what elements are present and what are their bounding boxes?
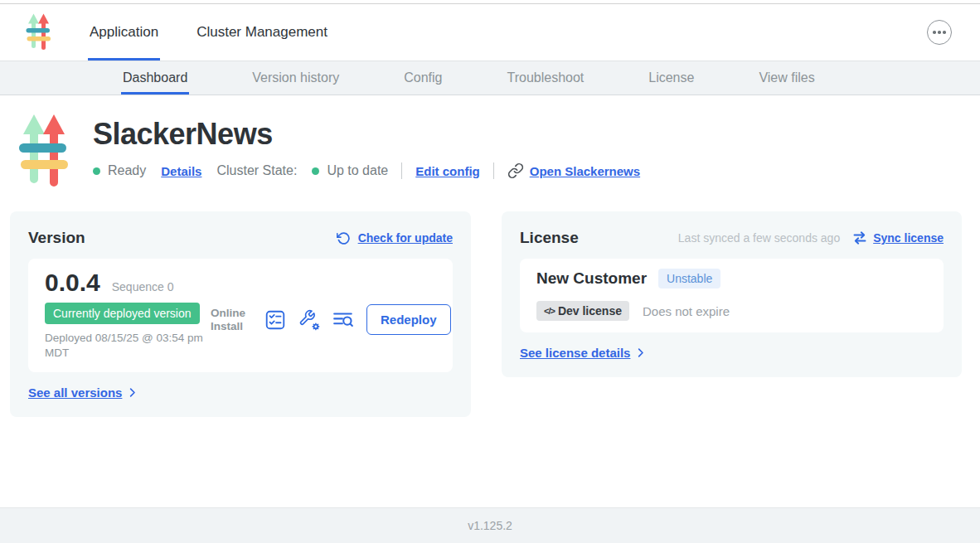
deployed-timestamp: Deployed 08/15/25 @ 03:54 pm MDT xyxy=(45,331,211,361)
license-card: License Last synced a few seconds ago xyxy=(502,211,962,377)
app-status-text: Ready xyxy=(108,163,146,178)
see-all-versions-label: See all versions xyxy=(28,385,122,400)
console-version: v1.125.2 xyxy=(468,519,512,532)
view-logs-icon[interactable] xyxy=(332,309,354,331)
open-app-link[interactable]: Open Slackernews xyxy=(507,162,640,179)
console-footer: v1.125.2 xyxy=(0,507,980,543)
sync-license-label: Sync license xyxy=(873,231,944,245)
see-license-details-label: See license details xyxy=(520,346,630,360)
cluster-state-text: Up to date xyxy=(327,163,388,178)
page-title: SlackerNews xyxy=(93,117,640,152)
see-all-versions-link[interactable]: See all versions xyxy=(28,385,138,400)
tab-dashboard[interactable]: Dashboard xyxy=(121,61,189,95)
link-icon xyxy=(507,162,524,179)
main-content: SlackerNews Ready Details Cluster State:… xyxy=(0,95,980,507)
code-icon: </> xyxy=(544,306,555,316)
version-card: Version Check for update 0.0.4 Sequence … xyxy=(10,211,471,417)
config-wrench-icon[interactable] xyxy=(298,309,320,331)
check-for-update-label: Check for update xyxy=(358,231,453,245)
see-license-details-link[interactable]: See license details xyxy=(520,346,647,360)
overflow-menu-button[interactable] xyxy=(927,20,952,45)
check-for-update-link[interactable]: Check for update xyxy=(337,231,453,245)
preflight-checklist-icon[interactable] xyxy=(264,309,286,331)
license-type-badge: </> Dev license xyxy=(536,301,629,321)
install-type-label: Online Install xyxy=(211,307,252,333)
status-details-link[interactable]: Details xyxy=(161,164,201,178)
sync-license-link[interactable]: Sync license xyxy=(852,230,944,245)
app-logo-icon xyxy=(18,114,68,190)
app-header: SlackerNews Ready Details Cluster State:… xyxy=(0,95,980,190)
license-panel: New Customer Unstable </> Dev license Do… xyxy=(520,259,944,332)
tab-license[interactable]: License xyxy=(647,61,696,95)
tab-application[interactable]: Application xyxy=(88,4,160,61)
license-type-label: Dev license xyxy=(558,304,622,318)
app-status-dot xyxy=(93,167,100,175)
open-app-link-label: Open Slackernews xyxy=(530,164,640,178)
chevron-right-icon xyxy=(634,347,647,359)
customer-name: New Customer xyxy=(536,269,647,288)
sync-arrows-icon xyxy=(852,230,867,245)
top-nav: Application Cluster Management xyxy=(0,4,980,61)
current-version-panel: 0.0.4 Sequence 0 Currently deployed vers… xyxy=(28,259,453,372)
cluster-state-label: Cluster State: xyxy=(216,163,297,178)
tab-view-files[interactable]: View files xyxy=(757,61,816,95)
expiration-text: Does not expire xyxy=(643,304,730,318)
chevron-right-icon xyxy=(126,386,138,399)
divider xyxy=(401,162,402,179)
divider xyxy=(493,162,494,179)
tab-version-history[interactable]: Version history xyxy=(250,61,341,95)
channel-badge: Unstable xyxy=(658,269,720,288)
last-synced-text: Last synced a few seconds ago xyxy=(678,231,840,245)
version-number: 0.0.4 xyxy=(45,269,100,297)
ellipsis-icon xyxy=(938,31,941,34)
deployed-badge: Currently deployed version xyxy=(45,303,200,324)
redeploy-button[interactable]: Redeploy xyxy=(366,304,451,335)
brand-logo-icon xyxy=(25,13,51,51)
refresh-icon xyxy=(337,231,351,245)
license-card-title: License xyxy=(520,229,579,247)
ellipsis-icon xyxy=(933,31,936,34)
version-card-title: Version xyxy=(28,229,85,247)
tab-cluster-management[interactable]: Cluster Management xyxy=(195,4,329,61)
cluster-state-dot xyxy=(312,167,319,175)
tab-config[interactable]: Config xyxy=(402,61,444,95)
ellipsis-icon xyxy=(943,31,946,34)
app-status-row: Ready Details Cluster State: Up to date … xyxy=(93,162,640,179)
top-nav-tabs: Application Cluster Management xyxy=(88,4,364,61)
tab-troubleshoot[interactable]: Troubleshoot xyxy=(505,61,585,95)
sequence-label: Sequence 0 xyxy=(112,280,174,293)
app-sub-nav: Dashboard Version history Config Trouble… xyxy=(0,61,980,95)
edit-config-link[interactable]: Edit config xyxy=(415,164,480,178)
